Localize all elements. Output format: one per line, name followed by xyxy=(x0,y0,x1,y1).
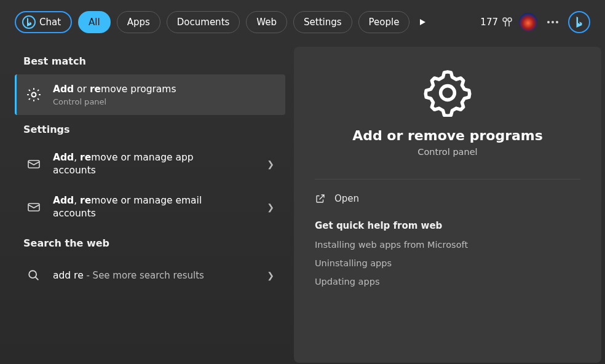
svg-point-3 xyxy=(29,271,36,278)
top-filter-bar: Chat All Apps Documents Web Settings Peo… xyxy=(0,0,605,44)
help-link-uninstalling[interactable]: Uninstalling apps xyxy=(315,258,580,268)
tab-settings[interactable]: Settings xyxy=(293,11,352,33)
open-icon xyxy=(315,193,326,204)
preview-subtitle: Control panel xyxy=(417,147,477,157)
settings-result-app-accounts[interactable]: Add, remove or manage appaccounts ❯ xyxy=(15,143,285,186)
open-action[interactable]: Open xyxy=(315,191,580,207)
results-pane: Best match Add or remove programs Contro… xyxy=(15,47,285,363)
preview-pane: Add or remove programs Control panel Ope… xyxy=(294,47,601,363)
search-web-result[interactable]: add re - See more search results ❯ xyxy=(15,256,285,295)
bing-chat-badge[interactable] xyxy=(568,11,590,33)
bing-icon xyxy=(575,17,583,28)
more-button[interactable] xyxy=(544,21,562,23)
tab-people[interactable]: People xyxy=(358,11,410,33)
best-match-title: Add or remove programs xyxy=(53,83,277,96)
search-icon xyxy=(23,265,44,286)
gear-icon xyxy=(424,69,472,117)
settings-result-email-accounts[interactable]: Add, remove or manage emailaccounts ❯ xyxy=(15,186,285,229)
settings-item-title: Add, remove or manage emailaccounts xyxy=(53,194,256,220)
mail-icon xyxy=(23,154,44,175)
chat-label: Chat xyxy=(39,17,61,28)
tab-all[interactable]: All xyxy=(78,11,111,33)
chat-button[interactable]: Chat xyxy=(15,11,72,33)
section-best-match: Best match xyxy=(15,47,285,74)
chevron-right-icon[interactable]: ❯ xyxy=(264,271,277,280)
best-match-result[interactable]: Add or remove programs Control panel xyxy=(15,74,285,115)
gear-icon xyxy=(23,84,44,105)
preview-title: Add or remove programs xyxy=(352,128,543,143)
search-term: add re xyxy=(53,270,84,281)
svg-point-0 xyxy=(32,92,36,97)
rewards-icon xyxy=(502,17,513,28)
tab-apps[interactable]: Apps xyxy=(117,11,160,33)
open-label: Open xyxy=(334,193,359,204)
best-match-subtitle: Control panel xyxy=(53,97,277,106)
user-avatar[interactable] xyxy=(519,13,537,31)
svg-rect-2 xyxy=(28,204,39,211)
tab-documents[interactable]: Documents xyxy=(167,11,240,33)
search-hint: - See more search results xyxy=(84,270,204,281)
tab-overflow-button[interactable] xyxy=(416,18,429,26)
section-search-web: Search the web xyxy=(15,229,285,256)
svg-rect-1 xyxy=(28,160,39,168)
help-link-updating[interactable]: Updating apps xyxy=(315,277,580,287)
chevron-right-icon[interactable]: ❯ xyxy=(264,202,277,212)
bing-icon xyxy=(22,15,36,29)
settings-item-title: Add, remove or manage appaccounts xyxy=(53,151,256,177)
divider xyxy=(315,179,580,180)
rewards-counter[interactable]: 177 xyxy=(480,17,513,28)
section-settings: Settings xyxy=(15,115,285,143)
rewards-number: 177 xyxy=(480,17,498,28)
tab-web[interactable]: Web xyxy=(246,11,287,33)
svg-point-4 xyxy=(441,86,455,100)
chevron-right-icon[interactable]: ❯ xyxy=(264,159,277,169)
help-header: Get quick help from web xyxy=(315,220,580,231)
mail-icon xyxy=(23,197,44,218)
help-link-installing[interactable]: Installing web apps from Microsoft xyxy=(315,240,580,250)
